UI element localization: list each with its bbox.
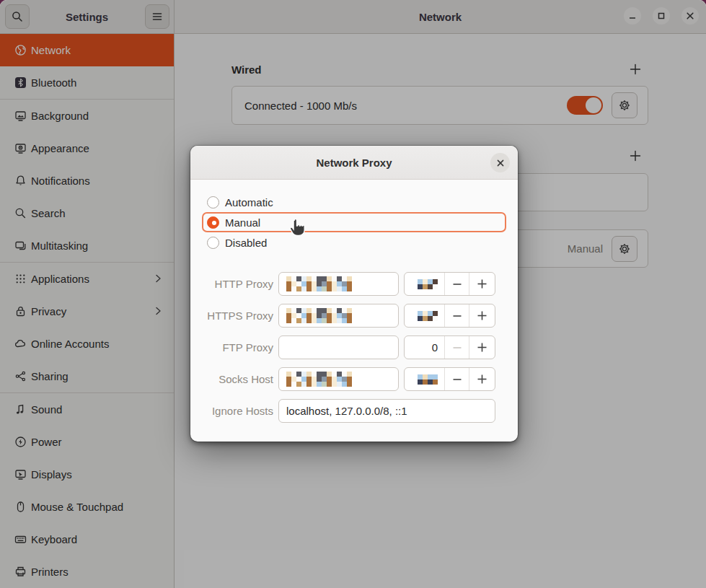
- https-port-decrease-button[interactable]: [445, 304, 469, 327]
- radio-row-manual[interactable]: Manual: [202, 212, 506, 232]
- ftp-proxy-host-field[interactable]: [278, 335, 399, 359]
- radio-disabled[interactable]: [207, 237, 219, 249]
- socks-host-field[interactable]: [278, 367, 399, 391]
- redacted-port-pixelation: [418, 374, 438, 385]
- redacted-port-pixelation: [418, 279, 438, 289]
- mouse-pointer-cursor: [288, 218, 306, 240]
- https-proxy-label: HTTPS Proxy: [202, 304, 273, 328]
- plus-icon: [477, 374, 487, 385]
- redacted-host-pixelation: [286, 372, 352, 387]
- plus-icon: [477, 278, 487, 289]
- dialog-title: Network Proxy: [190, 157, 518, 169]
- http-port-value[interactable]: [405, 273, 445, 295]
- http-proxy-host-field[interactable]: [278, 272, 399, 296]
- https-proxy-host-field[interactable]: [278, 304, 399, 328]
- radio-label: Automatic: [225, 196, 273, 209]
- minus-icon-disabled: [452, 343, 462, 353]
- socks-port-value[interactable]: [405, 368, 445, 390]
- socks-port-increase-button[interactable]: [469, 368, 494, 390]
- close-icon: [495, 158, 506, 168]
- redacted-port-pixelation: [418, 311, 438, 321]
- plus-icon: [477, 342, 487, 353]
- ignore-hosts-field[interactable]: localhost, 127.0.0.0/8, ::1: [278, 399, 495, 423]
- https-port-value[interactable]: [405, 304, 445, 327]
- http-port-decrease-button[interactable]: [445, 273, 469, 295]
- dialog-body: Automatic Manual Disabled HTTP Proxy HTT…: [190, 180, 518, 442]
- network-proxy-dialog: Network Proxy Automatic Manual Disabled …: [190, 146, 518, 442]
- radio-row-automatic[interactable]: Automatic: [202, 192, 506, 212]
- radio-label: Manual: [225, 216, 260, 229]
- radio-label: Disabled: [225, 237, 267, 249]
- socks-host-label: Socks Host: [202, 367, 273, 391]
- http-proxy-label: HTTP Proxy: [202, 272, 273, 296]
- ftp-port-decrease-button[interactable]: [445, 336, 469, 359]
- dialog-close-button[interactable]: [490, 153, 510, 172]
- ftp-proxy-label: FTP Proxy: [202, 335, 273, 359]
- https-port-increase-button[interactable]: [469, 304, 494, 327]
- http-proxy-port-spinbutton: [404, 272, 495, 296]
- radio-manual[interactable]: [207, 216, 219, 229]
- ftp-port-increase-button[interactable]: [469, 336, 494, 359]
- radio-automatic[interactable]: [207, 196, 219, 209]
- ftp-proxy-port-spinbutton: 0: [404, 335, 495, 359]
- redacted-host-pixelation: [286, 308, 352, 323]
- socks-port-decrease-button[interactable]: [445, 368, 469, 390]
- radio-row-disabled[interactable]: Disabled: [202, 232, 506, 253]
- socks-port-spinbutton: [404, 367, 495, 391]
- redacted-host-pixelation: [286, 276, 352, 291]
- plus-icon: [477, 310, 487, 321]
- minus-icon: [452, 311, 462, 321]
- minus-icon: [452, 279, 462, 289]
- dialog-headerbar: Network Proxy: [190, 146, 518, 180]
- https-proxy-port-spinbutton: [404, 304, 495, 328]
- ftp-port-value[interactable]: 0: [405, 336, 445, 359]
- ignore-hosts-label: Ignore Hosts: [202, 399, 273, 423]
- http-port-increase-button[interactable]: [469, 273, 494, 295]
- minus-icon: [452, 374, 462, 385]
